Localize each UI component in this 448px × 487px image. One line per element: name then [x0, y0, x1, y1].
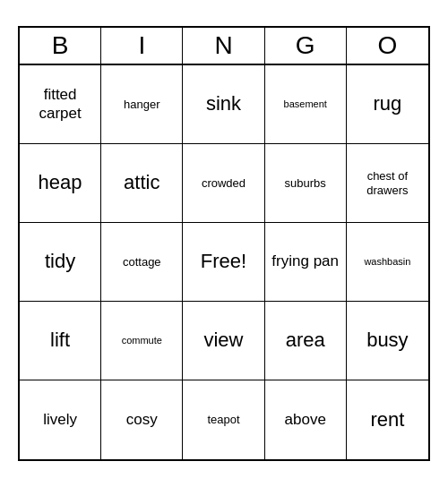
- cell-text: sink: [206, 92, 241, 115]
- bingo-cell: lift: [20, 302, 101, 380]
- bingo-cell: crowded: [183, 144, 264, 223]
- cell-text: crowded: [202, 176, 246, 191]
- header-letter: I: [101, 28, 183, 64]
- cell-text: commute: [122, 335, 162, 346]
- cell-text: lively: [43, 411, 77, 429]
- bingo-cell: chest of drawers: [347, 144, 428, 223]
- bingo-header: BINGO: [20, 28, 428, 65]
- bingo-cell: lively: [20, 380, 101, 459]
- bingo-cell: commute: [101, 302, 183, 380]
- cell-text: tidy: [45, 250, 75, 273]
- bingo-cell: heap: [20, 144, 101, 223]
- cell-text: attic: [124, 171, 159, 194]
- bingo-cell: attic: [101, 144, 183, 223]
- bingo-grid: fitted carpethangersinkbasementrugheapat…: [20, 65, 428, 459]
- cell-text: rug: [373, 92, 401, 115]
- cell-text: above: [285, 411, 326, 429]
- header-letter: N: [183, 28, 264, 64]
- bingo-cell: suburbs: [265, 144, 347, 223]
- cell-text: busy: [366, 329, 408, 352]
- cell-text: area: [286, 329, 325, 352]
- bingo-cell: rug: [347, 65, 428, 144]
- bingo-cell: area: [265, 302, 347, 380]
- header-letter: G: [265, 28, 347, 64]
- cell-text: chest of drawers: [349, 169, 426, 197]
- cell-text: hanger: [124, 98, 159, 112]
- bingo-cell: basement: [265, 65, 347, 144]
- cell-text: basement: [284, 98, 327, 110]
- bingo-cell: teapot: [183, 380, 264, 459]
- bingo-cell: above: [265, 380, 347, 459]
- header-letter: O: [347, 28, 428, 64]
- bingo-cell: rent: [347, 380, 428, 459]
- bingo-cell: hanger: [101, 65, 183, 144]
- bingo-cell: frying pan: [265, 223, 347, 302]
- bingo-cell: view: [183, 302, 264, 380]
- bingo-cell: sink: [183, 65, 264, 144]
- header-letter: B: [20, 28, 101, 64]
- bingo-cell: cottage: [101, 223, 183, 302]
- bingo-cell: Free!: [183, 223, 264, 302]
- cell-text: suburbs: [285, 176, 326, 191]
- cell-text: view: [203, 329, 243, 352]
- bingo-cell: washbasin: [347, 223, 428, 302]
- cell-text: Free!: [201, 250, 246, 273]
- cell-text: lift: [50, 329, 70, 352]
- bingo-card: BINGO fitted carpethangersinkbasementrug…: [18, 26, 430, 461]
- bingo-cell: busy: [347, 302, 428, 380]
- cell-text: cosy: [126, 411, 158, 429]
- cell-text: washbasin: [364, 256, 410, 268]
- cell-text: fitted carpet: [22, 86, 98, 123]
- cell-text: teapot: [207, 413, 239, 427]
- cell-text: cottage: [123, 255, 161, 269]
- bingo-cell: fitted carpet: [20, 65, 101, 144]
- bingo-cell: tidy: [20, 223, 101, 302]
- cell-text: heap: [39, 171, 82, 194]
- bingo-cell: cosy: [101, 380, 183, 459]
- cell-text: frying pan: [271, 252, 339, 270]
- cell-text: rent: [370, 408, 404, 431]
